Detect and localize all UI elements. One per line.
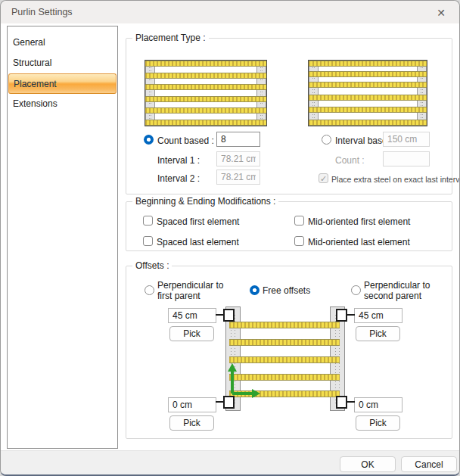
- purlin-settings-dialog: Purlin Settings ✕ General Structural Pla…: [0, 0, 460, 476]
- offset-top-right-input[interactable]: [354, 308, 402, 323]
- interval-based-preview-image: [308, 60, 427, 126]
- count-label: Count :: [335, 155, 365, 166]
- spaced-first-checkbox[interactable]: [143, 216, 153, 226]
- interval-based-radio[interactable]: [322, 135, 331, 145]
- sidebar: General Structural Placement Extensions: [7, 26, 118, 449]
- count-based-radio[interactable]: [144, 135, 154, 145]
- title-bar: Purlin Settings ✕: [1, 1, 459, 23]
- sidebar-item-structural[interactable]: Structural: [8, 53, 117, 73]
- pick-top-right-button[interactable]: Pick: [356, 326, 400, 341]
- extra-steel-checkbox: ✓: [319, 173, 328, 183]
- purlin-bar: [229, 322, 340, 328]
- pick-bottom-right-button[interactable]: Pick: [356, 415, 400, 431]
- sidebar-item-extensions[interactable]: Extensions: [8, 94, 117, 114]
- perpendicular-second-radio[interactable]: [351, 285, 361, 295]
- count-based-label: Count based :: [157, 135, 214, 146]
- perpendicular-first-radio[interactable]: [145, 285, 154, 295]
- spaced-last-label: Spaced last element: [157, 237, 239, 247]
- free-offsets-radio[interactable]: [250, 285, 260, 295]
- dimension-tick: [216, 314, 223, 316]
- offset-anchor-bottom-right: [336, 396, 347, 409]
- interval-based-input: [383, 132, 430, 147]
- free-offsets-label: Free offsets: [263, 285, 310, 296]
- extra-steel-label: Place extra steel on exact last interval: [331, 175, 460, 184]
- offsets-group-title: Offsets :: [132, 260, 172, 271]
- offset-anchor-top-left: [223, 309, 235, 322]
- mid-oriented-last-label: Mid-oriented last element: [308, 237, 410, 247]
- axis-arrows-icon: [226, 362, 264, 400]
- perpendicular-second-label: Perpendicular to second parent: [364, 280, 430, 301]
- cancel-button[interactable]: Cancel: [401, 456, 457, 472]
- dimension-tick: [216, 401, 223, 403]
- perpendicular-first-label: Perpendicular to first parent: [157, 280, 223, 301]
- count-based-preview-image: [145, 60, 267, 126]
- window-title: Purlin Settings: [11, 7, 73, 17]
- offset-anchor-top-right: [336, 309, 347, 322]
- spaced-last-checkbox[interactable]: [143, 236, 153, 246]
- interval2-label: Interval 2 :: [157, 173, 200, 184]
- spaced-first-label: Spaced first element: [157, 216, 239, 227]
- dialog-footer: OK Cancel: [1, 450, 459, 476]
- interval1-label: Interval 1 :: [157, 155, 200, 166]
- dimension-tick: [347, 401, 355, 403]
- mid-oriented-last-checkbox[interactable]: [294, 236, 304, 246]
- interval2-input: [216, 170, 260, 185]
- mid-oriented-first-checkbox[interactable]: [294, 216, 304, 226]
- count-input: [383, 151, 430, 166]
- interval1-input: [216, 151, 260, 166]
- count-based-input[interactable]: [216, 132, 260, 147]
- sidebar-item-general[interactable]: General: [8, 33, 117, 53]
- pick-bottom-left-button[interactable]: Pick: [169, 415, 214, 431]
- close-icon[interactable]: ✕: [434, 5, 449, 20]
- modifications-group-title: Beginning & Ending Modifications :: [132, 196, 278, 207]
- pick-top-left-button[interactable]: Pick: [169, 326, 214, 341]
- offsets-preview-image: [210, 306, 361, 414]
- dimension-tick: [347, 314, 355, 316]
- sidebar-item-placement[interactable]: Placement: [8, 73, 117, 94]
- ok-button[interactable]: OK: [340, 456, 396, 472]
- offset-bottom-right-input[interactable]: [354, 397, 402, 412]
- purlin-bar: [229, 339, 340, 346]
- mid-oriented-first-label: Mid-oriented first element: [308, 216, 410, 227]
- placement-type-group-title: Placement Type :: [132, 33, 209, 43]
